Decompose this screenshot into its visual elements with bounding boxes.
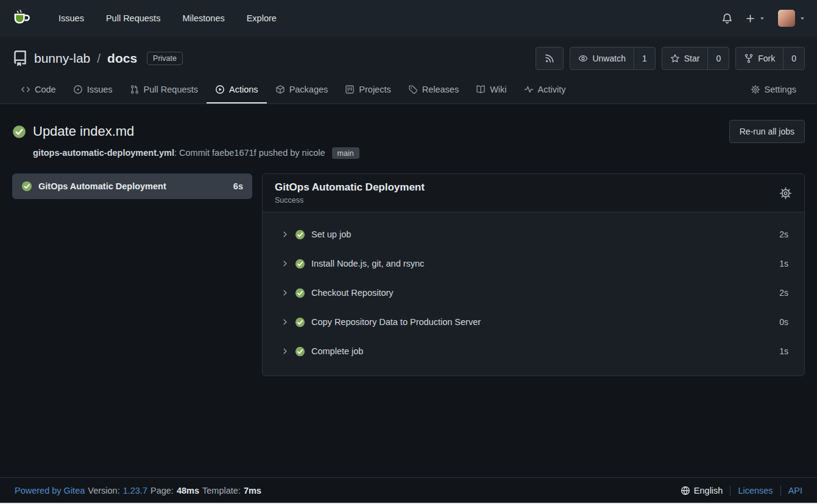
bell-icon <box>721 13 733 24</box>
user-menu-button[interactable] <box>778 10 806 27</box>
git-fork-icon <box>744 54 754 63</box>
gear-icon[interactable] <box>779 187 792 200</box>
licenses-link[interactable]: Licenses <box>738 486 773 495</box>
tab-activity[interactable]: Activity <box>515 77 575 103</box>
footer-divider <box>730 486 730 495</box>
step-row-install-node[interactable]: Install Node.js, git, and rsync 1s <box>263 249 804 278</box>
check-circle-icon <box>295 229 305 240</box>
plus-icon <box>745 13 755 24</box>
chevron-right-icon <box>281 289 289 297</box>
tag-icon <box>408 85 418 94</box>
check-circle-icon <box>295 259 305 269</box>
chevron-right-icon <box>281 230 289 239</box>
navbar-item-pull-requests[interactable]: Pull Requests <box>95 0 171 37</box>
fork-button[interactable]: Fork <box>736 47 783 69</box>
version-label: Version: <box>88 486 119 495</box>
star-label: Star <box>684 54 700 63</box>
caret-down-icon <box>799 15 806 22</box>
job-list-item-selected[interactable]: GitOps Automatic Deployment 6s <box>12 173 252 199</box>
watchers-count[interactable]: 1 <box>634 47 655 69</box>
fork-button-group: Fork 0 <box>735 47 805 70</box>
rerun-all-jobs-button[interactable]: Re-run all jobs <box>729 120 805 143</box>
job-detail-title-block: GitOps Automatic Deployment Success <box>275 181 425 205</box>
avatar <box>778 10 795 27</box>
powered-by-gitea-link[interactable]: Powered by Gitea <box>15 486 85 495</box>
language-label: English <box>694 486 723 495</box>
navbar-links: Issues Pull Requests Milestones Explore <box>48 0 288 37</box>
step-name: Install Node.js, git, and rsync <box>311 259 424 268</box>
page-footer: Powered by Gitea Version: 1.23.7 Page: 4… <box>0 477 817 503</box>
footer-left: Powered by Gitea Version: 1.23.7 Page: 4… <box>15 486 261 495</box>
job-list: GitOps Automatic Deployment 6s <box>12 173 252 199</box>
private-badge: Private <box>147 52 183 65</box>
forks-count[interactable]: 0 <box>783 47 804 69</box>
actions-run-page: Update index.md Re-run all jobs gitops-a… <box>0 104 817 477</box>
run-subtitle: gitops-automatic-deployment.yml: Commit … <box>33 147 805 159</box>
run-header: Update index.md Re-run all jobs <box>12 120 805 143</box>
chevron-right-icon <box>281 318 289 326</box>
navbar-item-milestones[interactable]: Milestones <box>171 0 235 37</box>
step-name: Copy Repository Data to Production Serve… <box>311 317 481 327</box>
step-duration: 1s <box>779 346 788 356</box>
step-duration: 2s <box>779 288 788 298</box>
navbar-item-explore[interactable]: Explore <box>236 0 288 37</box>
check-circle-icon <box>21 181 32 192</box>
chevron-right-icon <box>281 347 289 355</box>
top-navbar: Issues Pull Requests Milestones Explore <box>0 0 817 37</box>
job-detail-panel: GitOps Automatic Deployment Success Set … <box>262 173 805 376</box>
git-pull-request-icon <box>130 85 140 94</box>
tab-projects[interactable]: Projects <box>336 77 399 103</box>
api-link[interactable]: API <box>788 486 802 495</box>
rss-icon <box>545 54 554 63</box>
tab-label: Releases <box>422 85 459 94</box>
branch-badge[interactable]: main <box>332 147 359 159</box>
step-duration: 2s <box>779 229 788 239</box>
job-status-text: Success <box>275 196 425 205</box>
gitea-logo[interactable] <box>11 8 32 29</box>
notifications-button[interactable] <box>721 13 733 24</box>
tab-label: Actions <box>229 85 258 94</box>
step-duration: 0s <box>779 317 788 327</box>
gitea-cup-icon <box>11 8 32 29</box>
tab-actions[interactable]: Actions <box>207 77 267 103</box>
repo-actions: Unwatch 1 Star 0 Fork 0 <box>536 47 805 70</box>
template-time-label: Template: <box>202 486 241 495</box>
language-selector[interactable]: English <box>681 486 723 495</box>
tab-label: Settings <box>765 85 796 94</box>
repo-tabs: Code Issues Pull Requests Actions Packag… <box>12 77 805 103</box>
book-icon <box>476 85 486 94</box>
play-circle-icon <box>215 85 225 94</box>
watch-button-group: Unwatch 1 <box>570 47 655 70</box>
navbar-item-issues[interactable]: Issues <box>48 0 95 37</box>
tab-packages[interactable]: Packages <box>267 77 337 103</box>
step-row-complete-job[interactable]: Complete job 1s <box>263 337 804 366</box>
project-board-icon <box>345 85 355 94</box>
tab-code[interactable]: Code <box>12 77 65 103</box>
issue-opened-icon <box>73 85 83 94</box>
globe-icon <box>681 486 690 495</box>
stars-count[interactable]: 0 <box>707 47 729 69</box>
tab-wiki[interactable]: Wiki <box>467 77 515 103</box>
star-button[interactable]: Star <box>662 47 708 69</box>
check-circle-icon <box>295 288 305 298</box>
tab-issues[interactable]: Issues <box>65 77 121 103</box>
repo-owner-link[interactable]: bunny-lab <box>34 51 90 66</box>
steps-list: Set up job 2s Install Node.js, git, and … <box>263 212 804 376</box>
tab-settings[interactable]: Settings <box>742 77 805 103</box>
unwatch-button[interactable]: Unwatch <box>570 47 633 69</box>
create-new-button[interactable] <box>745 13 766 24</box>
tab-label: Pull Requests <box>144 85 198 94</box>
workflow-file-name[interactable]: gitops-automatic-deployment.yml <box>33 148 174 158</box>
step-row-checkout-repository[interactable]: Checkout Repository 2s <box>263 278 804 307</box>
rss-button[interactable] <box>536 47 563 69</box>
step-row-copy-repository-data[interactable]: Copy Repository Data to Production Serve… <box>263 307 804 337</box>
repo-separator: / <box>97 51 101 66</box>
version-link[interactable]: 1.23.7 <box>123 486 147 495</box>
fork-label: Fork <box>758 54 775 63</box>
eye-icon <box>578 54 588 63</box>
check-circle-icon <box>12 125 26 139</box>
tab-pull-requests[interactable]: Pull Requests <box>121 77 207 103</box>
tab-releases[interactable]: Releases <box>400 77 467 103</box>
step-row-setup-job[interactable]: Set up job 2s <box>263 220 804 249</box>
repo-name-link[interactable]: docs <box>107 51 137 66</box>
